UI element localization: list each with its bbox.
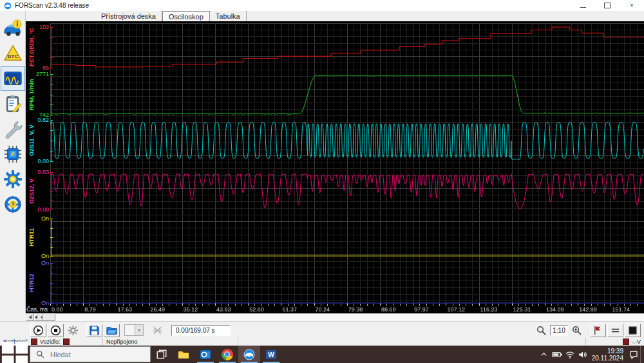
sidebar: i DTC (0, 11, 26, 313)
scroll-left-fast-button[interactable] (34, 313, 43, 321)
marker-button[interactable] (590, 324, 606, 337)
sidebar-item-help[interactable]: ? (1, 192, 25, 217)
taskbar-chrome[interactable] (216, 346, 238, 363)
time-tick-label: 88.69 (381, 306, 396, 313)
taskbar-word[interactable]: W (260, 346, 282, 363)
black-square-icon (627, 325, 638, 336)
task-view-icon (156, 349, 167, 360)
time-tick-label: 43.83 (216, 306, 231, 313)
svg-text:W: W (268, 351, 274, 358)
channel-max-tick-6: On (33, 260, 49, 266)
stop-button[interactable] (48, 324, 64, 337)
open-button[interactable] (104, 324, 120, 337)
taskbar: W (0, 346, 644, 363)
sidebar-item-programming[interactable] (1, 142, 25, 166)
stop-icon (50, 325, 61, 336)
time-tick-label: 97.97 (414, 306, 429, 313)
tab-tabulka[interactable]: Tabulka (210, 11, 247, 21)
zoom-in-button[interactable] (569, 324, 585, 337)
sidebar-item-tests[interactable] (1, 92, 25, 116)
task-view-button[interactable] (151, 346, 173, 363)
tray-wifi[interactable] (564, 346, 576, 363)
clipboard-tests-icon (3, 94, 23, 113)
tab-osciloskop[interactable]: Osciloskop (162, 11, 210, 22)
system-tray: 19:39 20.11.2024 (538, 346, 644, 363)
channel-max-tick-4: 0.83 (33, 169, 49, 175)
background-toggle-button[interactable] (625, 324, 641, 337)
channel-max-tick-2: 2771 (33, 71, 49, 77)
close-button[interactable]: × (620, 0, 644, 11)
maximize-button[interactable] (595, 0, 620, 11)
start-button[interactable] (0, 346, 30, 363)
forscan-taskbar-icon (243, 349, 255, 360)
sidebar-item-service[interactable] (1, 117, 25, 141)
tray-expand-button[interactable] (538, 346, 551, 363)
battery-status-indicator (623, 338, 629, 345)
svg-text:DTC: DTC (8, 54, 19, 59)
taskbar-clock[interactable]: 19:39 20.11.2024 (592, 348, 623, 362)
search-input[interactable] (49, 350, 142, 359)
playback-position-field[interactable]: 0.00/169.07 s (171, 325, 231, 336)
svg-text:?: ? (11, 201, 14, 208)
taskbar-search-box[interactable] (30, 346, 151, 362)
channel-min-tick-3: 0.00 (33, 158, 49, 164)
measure-lines-button[interactable] (607, 324, 623, 337)
sidebar-item-configuration[interactable] (1, 167, 25, 191)
zoom-out-icon (536, 325, 547, 336)
zoom-out-button[interactable] (533, 324, 549, 337)
save-icon (89, 325, 100, 336)
tab-strip: Přístrojová deska Osciloskop Tabulka (26, 11, 644, 21)
scrollbar-track[interactable] (55, 313, 644, 321)
battery-icon (552, 351, 562, 358)
file-explorer-icon (178, 349, 189, 360)
sidebar-item-oscilloscope[interactable] (1, 66, 25, 91)
connection-status: Nepřipojeno (106, 338, 138, 345)
search-icon (36, 350, 44, 358)
sidebar-item-dtc[interactable]: DTC (1, 41, 25, 66)
scope-toolbar: ▼ 0.00/169.07 s 1:10 (0, 321, 644, 338)
titlebar: FORScan v2.3.48 release × (0, 0, 644, 12)
forscan-logo-icon (4, 2, 12, 10)
time-tick-label: 107.12 (447, 306, 465, 313)
channel-min-tick-4: 0.00 (33, 206, 49, 213)
time-tick-label: 0.00 (52, 306, 63, 313)
channel-max-tick-1: 102 (33, 24, 49, 30)
status-bar: Rozhraní: Vozidlo: Nepřipojeno -.-V (0, 338, 644, 346)
tray-volume[interactable] (576, 346, 589, 363)
lines-icon (610, 325, 621, 336)
marker-flag-icon (592, 325, 603, 336)
action-center-button[interactable] (627, 346, 640, 363)
show-desktop-button[interactable] (640, 346, 644, 363)
taskbar-forscan[interactable] (238, 346, 260, 363)
dtc-icon: DTC (3, 44, 23, 63)
clear-button[interactable] (149, 324, 166, 337)
channel-max-tick-5: On (33, 215, 49, 222)
record-selector-dropdown[interactable]: ▼ (124, 324, 144, 336)
time-tick-label: 35.12 (184, 306, 198, 313)
time-tick-label: 79.38 (348, 306, 363, 313)
gear-toolbar-icon (68, 325, 79, 336)
car-info-icon: i (3, 19, 23, 38)
play-button[interactable] (30, 324, 46, 337)
time-tick-label: 52.60 (249, 306, 264, 313)
minimize-button[interactable] (571, 0, 595, 11)
sidebar-item-vehicle-info[interactable]: i (1, 16, 25, 41)
oscilloscope-panel: Čas, ms ECT.OBDII, °C10285RPM, 1/min2771… (26, 21, 644, 313)
clock-date: 20.11.2024 (592, 355, 623, 362)
wifi-icon (565, 351, 574, 358)
tab-pristrojova-deska[interactable]: Přístrojová deska (95, 11, 162, 21)
oscilloscope-icon (3, 69, 23, 88)
scrollbar-thumb[interactable] (43, 313, 55, 321)
chip-icon (3, 144, 23, 164)
svg-text:i: i (16, 21, 18, 28)
scope-canvas[interactable] (50, 23, 644, 306)
taskbar-outlook[interactable] (194, 346, 216, 363)
save-button[interactable] (86, 324, 102, 337)
tray-battery[interactable] (551, 346, 564, 363)
record-settings-button[interactable] (65, 324, 81, 337)
vehicle-status-indicator (63, 338, 70, 345)
time-tick-label: 8.79 (84, 306, 96, 313)
forscan-window: FORScan v2.3.48 release × Přístrojová de… (0, 0, 644, 363)
taskbar-file-explorer[interactable] (173, 346, 194, 363)
wrench-icon (3, 119, 23, 139)
